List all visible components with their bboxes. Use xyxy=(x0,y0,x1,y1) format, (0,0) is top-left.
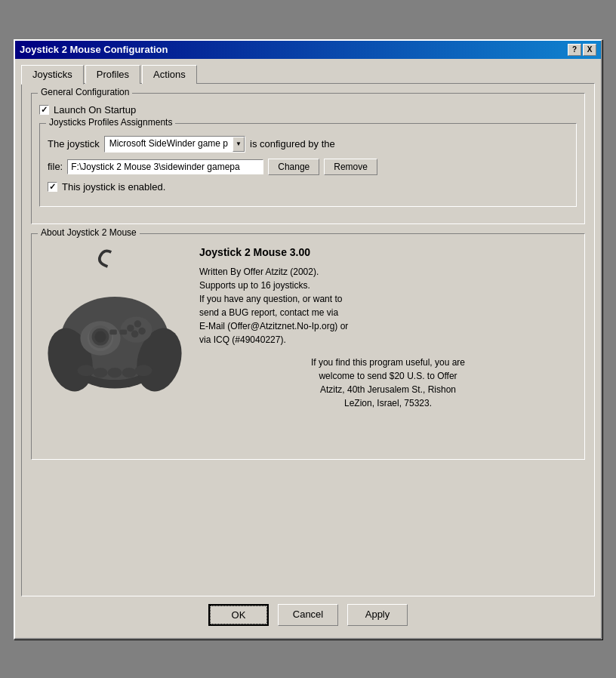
about-donate2: welcome to send $20 U.S. to Offer xyxy=(199,369,577,383)
enabled-checkbox[interactable] xyxy=(48,182,57,192)
launch-startup-label: Launch On Startup xyxy=(54,104,136,116)
main-window: Joystick 2 Mouse Configuration ? X Joyst… xyxy=(14,39,602,639)
about-line1: Written By Offer Atzitz (2002). xyxy=(199,265,577,279)
about-line6: via ICQ (#49040227). xyxy=(199,333,577,347)
apply-button[interactable]: Apply xyxy=(347,604,408,626)
launch-startup-checkbox[interactable] xyxy=(39,105,49,115)
svg-point-10 xyxy=(127,324,134,331)
svg-point-8 xyxy=(94,331,106,342)
svg-point-19 xyxy=(122,367,137,377)
joystick-svg xyxy=(43,245,186,403)
svg-point-16 xyxy=(78,365,95,376)
svg-point-18 xyxy=(108,367,122,377)
bottom-bar: OK Cancel Apply xyxy=(21,596,595,632)
about-donate1: If you find this program useful, you are xyxy=(199,356,577,369)
general-config-label: General Configuration xyxy=(38,87,132,97)
tab-content: General Configuration Launch On Startup … xyxy=(21,83,595,596)
window-body: Joysticks Profiles Actions General Confi… xyxy=(15,59,601,638)
remove-button[interactable]: Remove xyxy=(324,159,377,175)
file-row: file: F:\Joystick 2 Mouse 3\sidewinder g… xyxy=(48,159,568,175)
joystick-select-row: The joystick Microsoft SideWinder game p… xyxy=(48,136,568,153)
svg-rect-14 xyxy=(109,329,117,334)
svg-point-13 xyxy=(131,330,139,337)
joystick-dropdown-arrow[interactable]: ▼ xyxy=(233,137,245,152)
svg-point-12 xyxy=(138,327,146,334)
joystick-profiles-group: Joysticks Profiles Assignments The joyst… xyxy=(39,123,577,207)
joystick-image xyxy=(39,245,190,403)
change-button[interactable]: Change xyxy=(268,159,319,175)
about-group-label: About Joystick 2 Mouse xyxy=(38,227,140,238)
launch-startup-row: Launch On Startup xyxy=(39,104,577,116)
about-line4: send a BUG report, contact me via xyxy=(199,306,577,319)
joystick-prefix: The joystick xyxy=(48,138,100,149)
about-section: Joystick 2 Mouse 3.00 Written By Offer A… xyxy=(39,239,577,410)
joystick-suffix: is configured by the xyxy=(250,138,335,149)
about-group: About Joystick 2 Mouse xyxy=(31,233,585,460)
window-title: Joystick 2 Mouse Configuration xyxy=(20,44,168,55)
about-line2: Supports up to 16 joysticks. xyxy=(199,279,577,292)
tab-actions[interactable]: Actions xyxy=(142,65,197,84)
joystick-dropdown-container: Microsoft SideWinder game p ▼ xyxy=(104,136,245,153)
tab-profiles[interactable]: Profiles xyxy=(85,65,140,84)
title-bar-buttons: ? X xyxy=(568,44,596,56)
help-button[interactable]: ? xyxy=(568,44,581,56)
tab-joysticks[interactable]: Joysticks xyxy=(21,65,84,85)
about-donate3: Atzitz, 40th Jerusalem St., Rishon xyxy=(199,383,577,396)
cancel-button[interactable]: Cancel xyxy=(278,604,338,626)
about-line5: E-Mail (Offer@Atzitznet.No-Ip.org) or xyxy=(199,319,577,333)
general-config-group: General Configuration Launch On Startup … xyxy=(31,93,585,224)
about-line3: If you have any question, or want to xyxy=(199,292,577,306)
tab-bar: Joysticks Profiles Actions xyxy=(21,65,595,84)
ok-button[interactable]: OK xyxy=(208,604,269,626)
title-bar: Joystick 2 Mouse Configuration ? X xyxy=(15,41,601,59)
close-button[interactable]: X xyxy=(583,44,596,56)
file-label: file: xyxy=(48,161,63,172)
joystick-dropdown-value: Microsoft SideWinder game p xyxy=(105,137,233,152)
joystick-profiles-label: Joysticks Profiles Assignments xyxy=(46,117,175,128)
about-text-block: Joystick 2 Mouse 3.00 Written By Offer A… xyxy=(199,245,577,410)
enabled-row: This joystick is enabled. xyxy=(48,181,568,193)
svg-point-17 xyxy=(94,367,108,377)
about-donate4: LeZion, Israel, 75323. xyxy=(199,396,577,410)
about-donate: If you find this program useful, you are… xyxy=(199,356,577,410)
svg-rect-15 xyxy=(120,329,128,334)
file-input: F:\Joystick 2 Mouse 3\sidewinder gamepa xyxy=(67,159,263,174)
title-bar-text: Joystick 2 Mouse Configuration xyxy=(20,44,168,55)
about-title: Joystick 2 Mouse 3.00 xyxy=(199,245,577,260)
svg-point-20 xyxy=(135,365,152,376)
enabled-label: This joystick is enabled. xyxy=(62,181,165,193)
svg-point-11 xyxy=(134,320,142,328)
